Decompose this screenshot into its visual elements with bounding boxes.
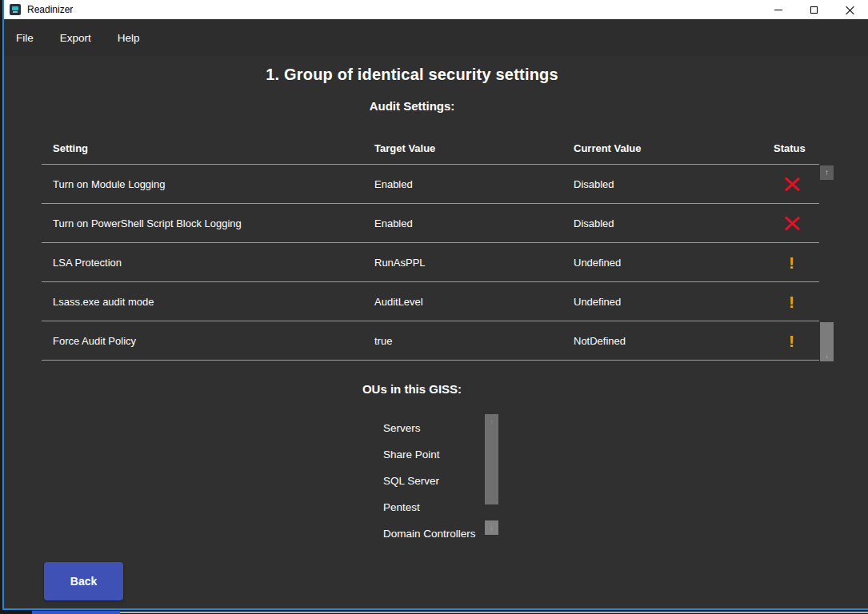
setting-cell: LSA Protection bbox=[42, 257, 374, 269]
warning-exclamation-icon: ! bbox=[782, 332, 794, 350]
warning-exclamation-icon: ! bbox=[782, 253, 794, 272]
table-scrollbar-up-button[interactable]: ↑ bbox=[820, 165, 834, 180]
current-value-cell: Disabled bbox=[574, 178, 774, 190]
target-value-cell: RunAsPPL bbox=[374, 257, 574, 269]
audit-settings-heading: Audit Settings: bbox=[4, 99, 820, 113]
table-row: Turn on Module LoggingEnabledDisabled bbox=[42, 165, 819, 204]
status-cell: ! bbox=[774, 253, 819, 272]
app-icon bbox=[10, 4, 21, 15]
close-button[interactable] bbox=[832, 0, 868, 19]
ou-list-item[interactable]: Servers bbox=[383, 422, 483, 438]
minimize-button[interactable] bbox=[760, 0, 796, 19]
table-row: Lsass.exe audit modeAuditLevelUndefined! bbox=[42, 282, 819, 321]
ou-list-scrollbar-thumb[interactable]: ↑ bbox=[485, 414, 498, 504]
ou-list: ServersShare PointSQL ServerPentestDomai… bbox=[383, 414, 483, 537]
setting-cell: Lsass.exe audit mode bbox=[42, 296, 374, 308]
current-value-cell: Disabled bbox=[574, 217, 774, 229]
maximize-icon bbox=[810, 6, 818, 14]
ou-list-item[interactable]: Pentest bbox=[383, 501, 483, 517]
audit-settings-table: SettingTarget ValueCurrent ValueStatus T… bbox=[42, 132, 819, 361]
setting-cell: Turn on Module Logging bbox=[42, 178, 374, 190]
audit-table-body: Turn on Module LoggingEnabledDisabledTur… bbox=[42, 165, 819, 361]
ou-list-item[interactable]: Domain Controllers bbox=[383, 528, 483, 537]
background-window-fragment bbox=[32, 611, 120, 614]
title-bar: Readinizer bbox=[4, 0, 868, 19]
current-value-cell: Undefined bbox=[574, 257, 774, 269]
target-value-cell: Enabled bbox=[374, 217, 574, 229]
menu-bar: FileExportHelp bbox=[4, 19, 868, 56]
target-value-cell: AuditLevel bbox=[374, 296, 574, 308]
error-x-icon bbox=[782, 175, 802, 193]
minimize-icon bbox=[774, 10, 782, 10]
ou-list-item[interactable]: Share Point bbox=[383, 449, 483, 464]
background-window-edge bbox=[120, 612, 868, 613]
app-window: Readinizer FileExportHelp 1. Group of id… bbox=[2, 0, 868, 610]
maximize-button[interactable] bbox=[796, 0, 832, 19]
table-header-row: SettingTarget ValueCurrent ValueStatus bbox=[42, 132, 819, 165]
setting-cell: Turn on PowerShell Script Block Logging bbox=[42, 217, 374, 229]
status-cell bbox=[774, 175, 819, 193]
menu-item-help[interactable]: Help bbox=[118, 32, 140, 44]
table-row: Turn on PowerShell Script Block LoggingE… bbox=[42, 204, 819, 243]
ou-list-item[interactable]: SQL Server bbox=[383, 475, 483, 491]
window-title: Readinizer bbox=[27, 4, 73, 15]
table-scrollbar-thumb[interactable]: ↓ bbox=[820, 322, 834, 361]
page-title: 1. Group of identical security settings bbox=[4, 66, 820, 84]
window-controls bbox=[760, 0, 868, 19]
column-header-setting: Setting bbox=[42, 142, 374, 154]
arrow-up-icon: ↑ bbox=[490, 417, 494, 426]
ou-list-scrollbar-down-button[interactable]: ↓ bbox=[485, 520, 498, 535]
screen: { "window": { "title": "Readinizer", "ic… bbox=[0, 0, 868, 614]
menu-item-export[interactable]: Export bbox=[60, 32, 91, 44]
back-button[interactable]: Back bbox=[44, 562, 123, 600]
column-header-target-value: Target Value bbox=[374, 142, 574, 154]
arrow-down-icon: ↓ bbox=[490, 524, 494, 532]
close-icon bbox=[846, 6, 854, 14]
current-value-cell: NotDefined bbox=[574, 335, 774, 347]
ous-heading: OUs in this GISS: bbox=[4, 382, 820, 396]
warning-exclamation-icon: ! bbox=[782, 293, 794, 311]
table-row: Force Audit PolicytrueNotDefined! bbox=[42, 321, 819, 361]
arrow-up-icon: ↑ bbox=[825, 169, 829, 177]
menu-item-file[interactable]: File bbox=[16, 32, 34, 44]
target-value-cell: true bbox=[374, 335, 574, 347]
error-x-icon bbox=[782, 214, 802, 233]
column-header-current-value: Current Value bbox=[574, 142, 774, 154]
monitor-icon bbox=[12, 6, 18, 10]
table-row: LSA ProtectionRunAsPPLUndefined! bbox=[42, 243, 819, 282]
column-header-status: Status bbox=[774, 142, 819, 154]
arrow-down-icon: ↓ bbox=[825, 351, 829, 360]
status-cell bbox=[774, 214, 819, 233]
status-cell: ! bbox=[774, 293, 819, 311]
current-value-cell: Undefined bbox=[574, 296, 774, 308]
setting-cell: Force Audit Policy bbox=[42, 335, 374, 347]
status-cell: ! bbox=[774, 332, 819, 350]
target-value-cell: Enabled bbox=[374, 178, 574, 190]
